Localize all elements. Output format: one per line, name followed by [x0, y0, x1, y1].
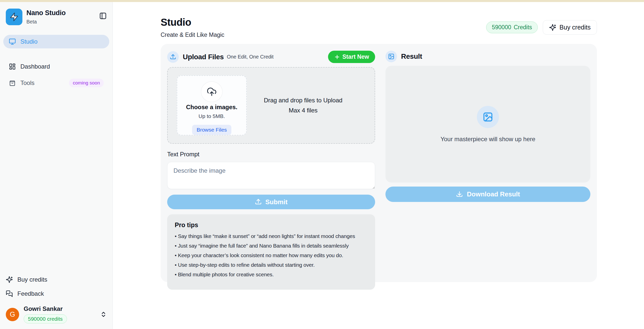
- sidebar-header: Nano Studio Beta: [3, 9, 109, 25]
- sidebar-item-studio[interactable]: Studio: [3, 35, 109, 48]
- upload-section: Upload Files One Edit, One Credit Start …: [167, 51, 375, 275]
- result-title: Result: [401, 52, 422, 61]
- studio-panel: Upload Files One Edit, One Credit Start …: [161, 44, 597, 282]
- browse-files-button[interactable]: Browse Files: [192, 125, 231, 135]
- sidebar-item-label: Dashboard: [20, 63, 50, 70]
- upload-title: Upload Files: [183, 53, 224, 61]
- download-icon: [456, 191, 463, 198]
- credits-unit: Credits: [514, 24, 532, 31]
- user-info: Gowri Sankar 590000 credits: [24, 305, 67, 323]
- prompt-label: Text Prompt: [167, 151, 375, 158]
- sidebar-buy-credits[interactable]: Buy credits: [3, 273, 109, 287]
- page-title-block: Studio Create & Edit Like Magic: [161, 17, 224, 38]
- sidebar-item-tools[interactable]: Tools coming soon: [3, 75, 109, 91]
- pro-tip-item: • Say things like “make it sunset” or “a…: [175, 233, 368, 239]
- result-empty-text: Your masterpiece will show up here: [441, 136, 535, 143]
- pro-tips-card: Pro tips • Say things like “make it suns…: [167, 214, 375, 290]
- app-logo: [6, 9, 22, 25]
- app-title-block: Nano Studio Beta: [26, 9, 66, 25]
- avatar: G: [6, 308, 19, 321]
- app-window: Nano Studio Beta Studio Dashboard: [0, 2, 644, 329]
- drag-hint: Max 4 files: [247, 107, 360, 114]
- submit-label: Submit: [265, 198, 288, 206]
- drag-title: Drag and drop files to Upload: [247, 97, 360, 104]
- app-name: Nano Studio: [26, 9, 66, 17]
- submit-button[interactable]: Submit: [167, 195, 375, 209]
- drag-drop-text: Drag and drop files to Upload Max 4 file…: [247, 97, 375, 114]
- download-label: Download Result: [467, 190, 520, 198]
- sidebar-item-label: Studio: [20, 38, 38, 45]
- toolbox-icon: [9, 79, 16, 86]
- app-badge: Beta: [26, 19, 66, 25]
- feedback-icon: [6, 290, 13, 297]
- upload-icon: [255, 198, 262, 205]
- choose-files-card[interactable]: Choose a images. Up to 5MB. Browse Files: [177, 75, 247, 135]
- pro-tip-item: • Use step-by-step edits to refine detai…: [175, 262, 368, 268]
- result-placeholder: Your masterpiece will show up here: [385, 66, 590, 183]
- user-credits-badge: 590000 credits: [24, 314, 67, 323]
- sidebar-toggle-icon[interactable]: [99, 12, 107, 20]
- top-strip: [0, 0, 644, 2]
- main-content: Studio Create & Edit Like Magic 590000 C…: [113, 2, 644, 329]
- prompt-textarea[interactable]: [167, 162, 375, 189]
- lightning-icon: [9, 12, 19, 22]
- upload-hint: One Edit, One Credit: [227, 54, 274, 60]
- page-subtitle: Create & Edit Like Magic: [161, 32, 224, 38]
- image-icon: [388, 53, 395, 60]
- choose-hint: Up to 5MB.: [198, 113, 225, 119]
- user-menu[interactable]: G Gowri Sankar 590000 credits: [3, 305, 109, 323]
- download-result-button[interactable]: Download Result: [385, 187, 590, 202]
- result-image-badge: [477, 106, 499, 128]
- sidebar: Nano Studio Beta Studio Dashboard: [0, 2, 113, 329]
- cloud-upload-icon: [207, 87, 217, 97]
- buy-credits-button[interactable]: Buy credits: [543, 20, 597, 35]
- sidebar-feedback[interactable]: Feedback: [3, 287, 109, 301]
- start-new-button[interactable]: Start New: [328, 51, 375, 63]
- user-name: Gowri Sankar: [24, 305, 67, 312]
- image-icon: [483, 112, 493, 122]
- dashboard-icon: [9, 63, 16, 70]
- upload-icon: [170, 54, 176, 60]
- choose-title: Choose a images.: [186, 104, 237, 111]
- upload-header: Upload Files One Edit, One Credit Start …: [167, 51, 375, 63]
- monitor-icon: [9, 38, 16, 45]
- pro-tips-list: • Say things like “make it sunset” or “a…: [175, 233, 368, 278]
- upload-icon-badge: [167, 51, 179, 63]
- cloud-upload-badge: [201, 81, 223, 102]
- pro-tip-item: • Blend multiple photos for creative sce…: [175, 272, 368, 278]
- sparkles-icon: [6, 276, 13, 283]
- sidebar-nav: Studio Dashboard Tools coming soon: [3, 35, 109, 91]
- credits-badge: 590000 Credits: [486, 21, 538, 33]
- sidebar-footer-label: Buy credits: [17, 276, 47, 283]
- plus-icon: [334, 54, 340, 60]
- coming-soon-badge: coming soon: [69, 79, 104, 87]
- sidebar-item-dashboard[interactable]: Dashboard: [3, 60, 109, 73]
- sidebar-item-label: Tools: [20, 79, 34, 86]
- file-dropzone[interactable]: Choose a images. Up to 5MB. Browse Files…: [167, 67, 375, 144]
- main-header: Studio Create & Edit Like Magic 590000 C…: [161, 17, 597, 38]
- buy-credits-label: Buy credits: [559, 24, 591, 31]
- sparkles-icon: [549, 24, 556, 31]
- result-section: Result Your masterpiece will show up her…: [385, 51, 590, 275]
- result-header: Result: [385, 51, 590, 62]
- pro-tip-item: • Keep your character’s look consistent …: [175, 252, 368, 258]
- sidebar-footer-label: Feedback: [17, 290, 44, 297]
- pro-tip-item: • Just say “imagine the full face” and N…: [175, 243, 368, 249]
- header-actions: 590000 Credits Buy credits: [486, 20, 597, 35]
- pro-tips-title: Pro tips: [175, 221, 368, 229]
- start-new-label: Start New: [342, 53, 369, 60]
- page-title: Studio: [161, 17, 224, 28]
- chevrons-up-down-icon[interactable]: [100, 311, 107, 318]
- avatar-initial: G: [10, 311, 15, 318]
- credits-value: 590000: [492, 24, 511, 31]
- result-icon-badge: [385, 51, 397, 62]
